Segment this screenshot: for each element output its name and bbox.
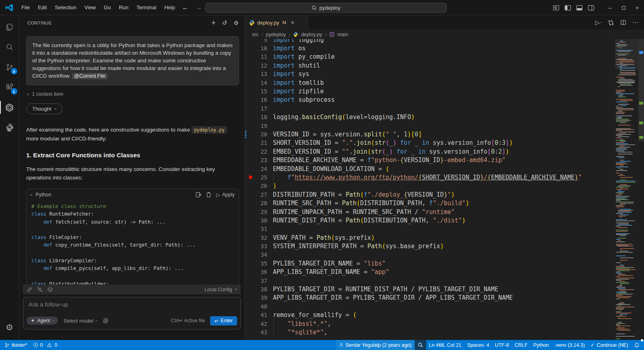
line-number[interactable]: 25	[245, 174, 267, 181]
minimap[interactable]	[615, 39, 638, 340]
breadcrumb-src[interactable]: src	[252, 32, 259, 37]
code-line[interactable]: 42 "libssl*.*",	[245, 319, 615, 328]
code-line[interactable]: 23EMBEDDABLE_ARCHIVE_NAME = f"python-{VE…	[245, 156, 615, 164]
context-items-row[interactable]: › 1 context item	[27, 91, 239, 97]
code-line[interactable]: 41remove_for_smallify = (	[245, 311, 615, 319]
context-file-badge[interactable]: @Current File	[72, 73, 107, 79]
toggle-primary-sidebar-icon[interactable]	[565, 5, 571, 10]
eol-indicator[interactable]: CRLF	[512, 340, 530, 350]
line-number[interactable]: 16	[245, 97, 267, 103]
command-search-box[interactable]: pydeploy	[205, 3, 447, 13]
git-blame-indicator[interactable]: Serdar Yegulalp (2 years ago)	[336, 340, 415, 350]
code-line[interactable]: 31	[245, 225, 615, 233]
continue-settings-button[interactable]: ⚙	[233, 20, 239, 26]
sidebar-item-python[interactable]	[0, 118, 19, 137]
copy-icon[interactable]	[206, 192, 211, 198]
code-line[interactable]: 40	[245, 302, 615, 311]
config-selector[interactable]: Local Config ›	[204, 286, 237, 292]
split-editor-icon[interactable]	[620, 20, 626, 25]
zoom-status-button[interactable]	[415, 340, 426, 350]
sidebar-item-continue[interactable]	[0, 98, 19, 117]
breadcrumb-pydeploy[interactable]: pydeploy	[266, 32, 286, 37]
menu-help[interactable]: Help	[161, 3, 179, 12]
open-changes-icon[interactable]	[608, 20, 614, 26]
code-line[interactable]: 30RUNTIME_DIST_PATH = Path(DISTRIBUTION_…	[245, 216, 615, 224]
line-number[interactable]: 12	[245, 62, 267, 69]
line-number[interactable]: 27	[245, 191, 267, 198]
code-line[interactable]: 14import tomllib	[245, 78, 615, 87]
notifications-bell[interactable]	[631, 340, 642, 350]
menu-selection[interactable]: Selection	[51, 3, 80, 12]
code-line[interactable]: 20VERSION_ID = sys.version.split(" ", 1)…	[245, 130, 615, 138]
user-message-bubble[interactable]: The file currently open is a utility for…	[26, 36, 239, 85]
minimize-button[interactable]: –	[603, 0, 617, 15]
python-interpreter-indicator[interactable]: .venv (3.14.3)	[551, 340, 588, 350]
cursor-position-indicator[interactable]: Ln 466, Col 21	[426, 340, 464, 350]
tab-close-icon[interactable]: ×	[291, 19, 294, 26]
chat-input-box[interactable]: Ask a follow-up ✦ Agent › Select model ›…	[23, 297, 241, 329]
sidebar-item-explorer[interactable]	[0, 18, 19, 36]
line-number[interactable]: 33	[245, 243, 267, 249]
sidebar-item-extensions[interactable]: 1	[0, 78, 19, 97]
code-line[interactable]: 33SYSTEM_INTERPRETER_PATH = Path(sys.bas…	[245, 242, 615, 250]
line-number[interactable]: 32	[245, 235, 267, 241]
more-actions-icon[interactable]: ⋯	[632, 19, 638, 26]
new-session-button[interactable]: +	[211, 19, 216, 27]
back-arrow-icon[interactable]: ←	[182, 4, 189, 12]
settings-gear-button[interactable]: ⚙	[0, 318, 19, 337]
apply-button[interactable]: ▷ Apply	[216, 192, 235, 198]
code-line[interactable]: 16import subprocess	[245, 96, 615, 104]
line-number[interactable]: 36	[245, 269, 267, 275]
code-line[interactable]: 15import zipfile	[245, 87, 615, 95]
line-number[interactable]: 26	[245, 183, 267, 189]
line-number[interactable]: 35	[245, 260, 267, 267]
code-line[interactable]: 35PYLIBS_TARGET_DIR_NAME = "libs"	[245, 259, 615, 268]
line-number[interactable]: 14	[245, 80, 267, 86]
tools-icon[interactable]	[37, 287, 43, 292]
collapse-chevron-icon[interactable]: ›	[29, 194, 35, 196]
line-number[interactable]: 38	[245, 286, 267, 292]
line-number[interactable]: 18	[245, 114, 267, 120]
line-number[interactable]: 29	[245, 209, 267, 215]
code-line[interactable]: 25 f"https://www.python.org/ftp/python/{…	[245, 173, 615, 181]
thought-toggle[interactable]: Thought ›	[26, 103, 62, 114]
enter-send-button[interactable]: ↵ Enter	[210, 316, 237, 325]
code-line[interactable]: 10import os	[245, 44, 615, 52]
sidebar-item-search[interactable]	[0, 38, 19, 56]
scrollbar-thumb[interactable]	[638, 39, 644, 142]
line-number[interactable]: 39	[245, 294, 267, 301]
edit-pencil-icon[interactable]	[27, 287, 32, 292]
line-number[interactable]: 43	[245, 329, 267, 336]
continue-status-indicator[interactable]: ✓ Continue (NE)	[588, 340, 631, 350]
line-number[interactable]: 22	[245, 148, 267, 155]
menu-view[interactable]: View	[81, 3, 99, 12]
code-line[interactable]: 19	[245, 121, 615, 130]
code-line[interactable]: 17	[245, 104, 615, 113]
menu-file[interactable]: File	[18, 3, 33, 12]
toggle-secondary-sidebar-icon[interactable]	[588, 5, 594, 10]
code-line[interactable]: 43 "*sqlite*",	[245, 328, 615, 336]
code-line[interactable]: 12import shutil	[245, 61, 615, 70]
code-line[interactable]: 26)	[245, 182, 615, 190]
problems-indicator[interactable]: 0 0	[30, 340, 60, 350]
add-context-at-button[interactable]: @	[103, 317, 108, 324]
code-editor[interactable]: 9import logging10import os11import py_co…	[245, 39, 644, 340]
line-number[interactable]: 37	[245, 278, 267, 284]
run-python-button[interactable]: ▷ ›	[595, 19, 602, 26]
code-line[interactable]: 13import sys	[245, 70, 615, 78]
forward-arrow-icon[interactable]: →	[195, 4, 202, 12]
code-line[interactable]: 29RUNTIME_UNPACK_PATH = RUNTIME_SRC_PATH…	[245, 208, 615, 216]
line-number[interactable]: 15	[245, 88, 267, 95]
tab-deploy-py[interactable]: deploy.py M ×	[245, 15, 308, 30]
model-selector[interactable]: Select model ›	[64, 318, 97, 324]
code-line[interactable]: 39APP_LIBS_TARGET_DIR = PYLIBS_TARGET_DI…	[245, 294, 615, 302]
code-line[interactable]: 18logging.basicConfig(level=logging.INFO…	[245, 113, 615, 121]
line-number[interactable]: 13	[245, 71, 267, 77]
code-line[interactable]: 38PYLIBS_TARGET_DIR = RUNTIME_DIST_PATH …	[245, 285, 615, 293]
line-number[interactable]: 9	[245, 39, 267, 43]
line-number[interactable]: 41	[245, 312, 267, 318]
line-number[interactable]: 31	[245, 226, 267, 232]
code-line[interactable]: 36APP_LIBS_TARGET_DIR_NAME = "app"	[245, 268, 615, 276]
line-number[interactable]: 17	[245, 105, 267, 112]
close-button[interactable]: ×	[630, 0, 644, 15]
